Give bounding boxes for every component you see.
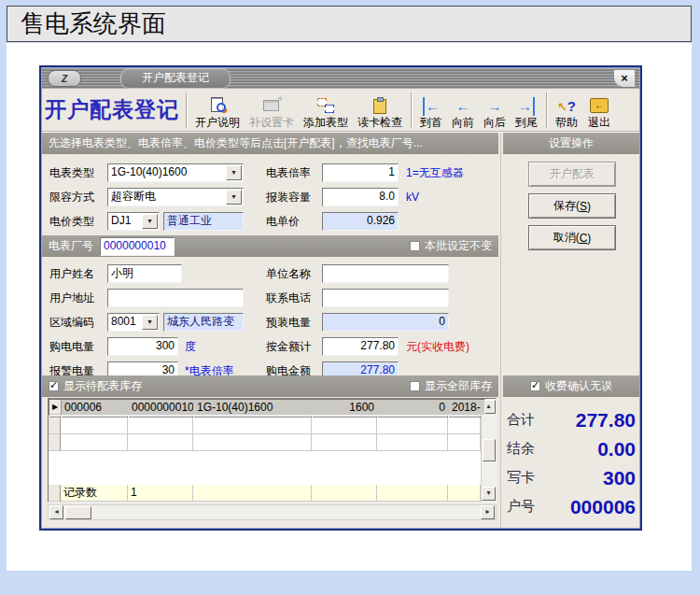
next-record-icon: → bbox=[488, 97, 502, 116]
balance-row: 结余 0.00 bbox=[507, 432, 636, 460]
button-label: 向后 bbox=[483, 116, 506, 130]
purchase-qty-label: 购电电量 bbox=[49, 337, 94, 357]
write-card-row: 写卡 300 bbox=[507, 461, 636, 489]
h-scrollbar[interactable]: ◂ ▸ bbox=[48, 504, 497, 520]
balance-value: 0.00 bbox=[597, 438, 636, 460]
panel-header: 设置操作 bbox=[503, 133, 639, 154]
checkbox-icon[interactable] bbox=[410, 241, 420, 251]
dialog-window: Z 开户配表登记 × 开户配表登记 开户说明 补设置卡 bbox=[39, 65, 642, 531]
toolbar-divider bbox=[186, 92, 187, 128]
chevron-down-icon[interactable]: ▼ bbox=[142, 214, 158, 229]
purchase-qty-unit: 度 bbox=[185, 337, 196, 357]
fee-confirm-bar: 收费确认无误 bbox=[503, 375, 639, 397]
cell-meter-type: 1G-10(40)1600 bbox=[194, 400, 313, 415]
account-instructions-button[interactable]: 开户说明 bbox=[190, 91, 245, 130]
button-label: 读卡检查 bbox=[357, 116, 402, 130]
first-record-button[interactable]: ← 到首 bbox=[415, 91, 447, 130]
unit-price-label: 电单价 bbox=[266, 212, 300, 232]
account-no-value: 000006 bbox=[570, 496, 636, 518]
balance-label: 结余 bbox=[507, 440, 535, 460]
show-pending-checkbox[interactable]: 显示待配表库存 bbox=[49, 378, 142, 394]
meter-type-select[interactable]: 1G-10(40)1600 ▼ bbox=[107, 163, 244, 182]
close-icon[interactable]: × bbox=[614, 70, 635, 87]
show-all-checkbox[interactable]: 显示全部库存 bbox=[410, 378, 492, 394]
purchase-qty-input[interactable]: 300 bbox=[107, 337, 178, 356]
chevron-down-icon[interactable]: ▼ bbox=[142, 315, 158, 330]
checkbox-label: 显示待配表库存 bbox=[63, 378, 142, 394]
reissue-card-button[interactable]: 补设置卡 bbox=[245, 91, 299, 130]
exit-icon: ← bbox=[590, 98, 609, 113]
page-title: 售电系统界面 bbox=[21, 7, 166, 40]
cancel-button[interactable]: 取消(C) bbox=[528, 225, 616, 250]
v-scroll-thumb[interactable] bbox=[483, 439, 496, 461]
checkbox-checked-icon[interactable] bbox=[49, 381, 59, 391]
phone-input[interactable] bbox=[322, 289, 449, 307]
button-label: 到尾 bbox=[515, 116, 538, 130]
chevron-down-icon[interactable]: ▼ bbox=[226, 165, 242, 180]
record-count-label: 记录数 bbox=[61, 485, 128, 502]
clipboard-icon bbox=[368, 95, 392, 116]
factory-no-bar: 电表厂号 0000000010 本批设定不变 bbox=[42, 235, 498, 257]
button-label: 到首 bbox=[420, 116, 442, 130]
ratio-hint: 1=无互感器 bbox=[406, 163, 464, 183]
table-row[interactable]: ▶ 000006 0000000010 1G-10(40)1600 1600 0… bbox=[49, 399, 485, 416]
area-desc-field: 城东人民路变 bbox=[163, 313, 244, 332]
table-empty-row bbox=[49, 418, 481, 434]
user-name-input[interactable]: 小明 bbox=[107, 264, 182, 283]
limit-mode-select[interactable]: 超容断电 ▼ bbox=[107, 188, 244, 206]
table-footer-row: 记录数 1 bbox=[49, 485, 481, 502]
account-no-label: 户号 bbox=[507, 498, 535, 518]
record-count-value: 1 bbox=[128, 485, 193, 502]
by-amount-input[interactable]: 277.80 bbox=[322, 337, 399, 356]
scroll-left-icon[interactable]: ◂ bbox=[49, 505, 63, 519]
page: 售电系统界面 Z 开户配表登记 × 开户配表登记 开户说明 bbox=[0, 0, 700, 595]
button-label: 帮助 bbox=[555, 116, 578, 130]
checkbox-checked-icon[interactable] bbox=[530, 381, 540, 391]
capacity-input[interactable]: 8.0 bbox=[322, 188, 399, 206]
exit-button[interactable]: ← 退出 bbox=[582, 91, 616, 130]
unit-price-field: 0.926 bbox=[322, 212, 399, 231]
open-assign-button[interactable]: 开户配表 bbox=[528, 162, 616, 187]
checkbox-label: 显示全部库存 bbox=[425, 378, 492, 394]
fee-confirm-checkbox[interactable]: 收费确认无误 bbox=[530, 378, 612, 394]
help-button[interactable]: ↖? 帮助 bbox=[551, 91, 582, 130]
next-record-button[interactable]: → 向后 bbox=[479, 91, 511, 130]
prev-record-button[interactable]: ← 向前 bbox=[447, 91, 479, 130]
scroll-right-icon[interactable]: ▸ bbox=[481, 505, 495, 519]
total-label: 合计 bbox=[507, 411, 535, 432]
button-label: 添加表型 bbox=[303, 116, 348, 130]
org-name-input[interactable] bbox=[322, 264, 449, 283]
card-icon bbox=[259, 95, 284, 116]
price-type-select[interactable]: DJ1 ▼ bbox=[107, 212, 160, 231]
by-amount-hint: 元(实收电费) bbox=[406, 337, 469, 357]
button-label: 开户说明 bbox=[195, 116, 240, 130]
titlebar[interactable]: Z 开户配表登记 × bbox=[42, 68, 639, 89]
table-empty-row bbox=[49, 434, 481, 451]
cell-factory-no: 0000000010 bbox=[129, 400, 194, 415]
add-meter-type-button[interactable]: 添加表型 bbox=[299, 91, 353, 130]
address-input[interactable] bbox=[107, 289, 244, 307]
cell-open-date: 2018- bbox=[449, 400, 484, 415]
client-area: 开户配表登记 开户说明 补设置卡 添加表型 bbox=[42, 89, 639, 528]
ratio-label: 电表倍率 bbox=[266, 163, 311, 183]
document-search-icon bbox=[205, 95, 230, 116]
batch-unchanged-checkbox[interactable]: 本批设定不变 bbox=[410, 238, 492, 254]
read-card-check-button[interactable]: 读卡检查 bbox=[353, 91, 407, 130]
factory-no-input[interactable]: 0000000010 bbox=[100, 237, 175, 256]
h-scroll-thumb[interactable] bbox=[65, 506, 91, 519]
last-record-button[interactable]: → 到尾 bbox=[511, 91, 542, 130]
meter-table-body: 电表编号 电表厂号 电表类型 电表常数 电表起度 ▶ 000006 000000… bbox=[49, 399, 481, 502]
last-record-icon: → bbox=[518, 97, 535, 116]
chevron-down-icon[interactable]: ▼ bbox=[226, 190, 242, 205]
hint-text: 先选择电表类型、电表倍率、电价类型等后点击[开户配表]，查找电表厂号... bbox=[49, 135, 423, 151]
scroll-down-icon[interactable]: ▾ bbox=[482, 487, 496, 501]
checkbox-label: 收费确认无误 bbox=[545, 378, 612, 394]
save-button[interactable]: 保存(S) bbox=[528, 193, 616, 219]
org-name-label: 单位名称 bbox=[266, 264, 311, 284]
write-card-label: 写卡 bbox=[507, 469, 535, 489]
checkbox-icon[interactable] bbox=[410, 381, 420, 391]
toolbar-divider bbox=[546, 92, 547, 128]
area-code-select[interactable]: 8001 ▼ bbox=[107, 313, 160, 332]
total-value: 277.80 bbox=[576, 409, 636, 432]
meter-ratio-input[interactable]: 1 bbox=[322, 163, 399, 182]
